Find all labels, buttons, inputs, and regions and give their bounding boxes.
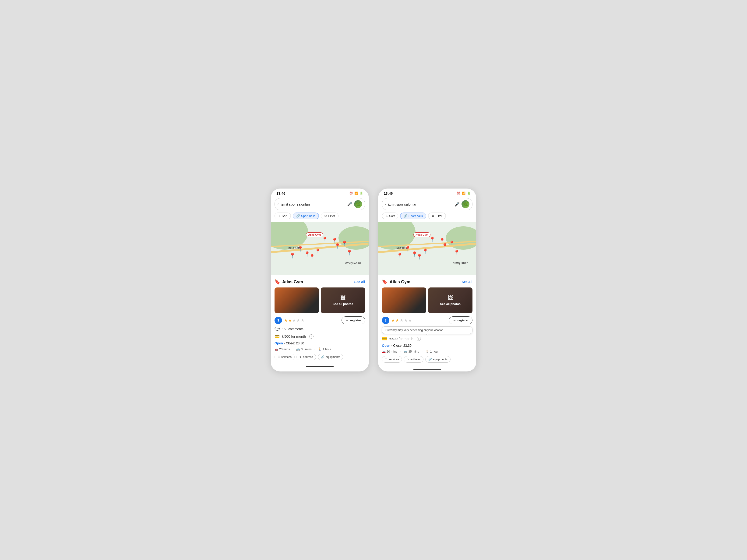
filter-label-1: Filter [328,214,335,218]
map-label-gymquadro-2: GYMQUADRO [453,262,468,265]
time-2: 13:46 [384,191,393,195]
bookmark-icon-2[interactable]: 🔖 [382,279,388,285]
car-icon-2: 🚗 [382,350,386,353]
avatar-2[interactable]: 🌿 [462,200,469,208]
map-pin-b7[interactable]: 📍 [396,253,403,259]
filter-label-2: Filter [436,214,442,218]
services-tag-1[interactable]: ☰ services [275,354,294,360]
map-label-gymquadro-1: GYMQUADRO [345,262,361,265]
search-text-2: izmit spor salonları [388,202,453,206]
status-icons-2: ⏰ 📶 🔋 [457,192,471,195]
open-close-2: Open - Close: 23.30 [382,344,472,347]
card-header-1: 🔖 Atlas Gym See All [275,279,365,285]
transport-row-1: 🚗 20 mins · 🚌 35 mins · 🚶 1 hour [275,347,365,351]
map-pin-gym2-1[interactable]: 📍 [341,241,347,247]
photo-icon-2: 🖼 [448,295,453,301]
map-area-1[interactable]: 📍 Atlas Gym 📍 INKA GYM 📍 📍 📍 📍 📍 📍 📍 📍 G… [271,222,369,275]
map-pin-gym8-1[interactable]: 📍 [346,250,353,256]
map-label-atlas-1: Atlas Gym [306,232,323,237]
address-label-1: address [303,355,313,358]
info-circle-2[interactable]: i [417,337,421,341]
mic-icon-1[interactable]: 🎤 [347,202,352,207]
mic-icon-2[interactable]: 🎤 [455,202,460,207]
walk-icon-2: 🚶 [425,350,429,353]
photo-icon-1: 🖼 [340,295,345,301]
sport-halls-button-1[interactable]: 🔗 Sport halls [293,213,319,219]
car-transport-2: 🚗 20 mins [382,350,397,353]
status-bar-2: 13:46 ⏰ 📶 🔋 [378,189,476,197]
star2-2: ★ [395,318,399,323]
tags-row-1: ☰ services ✈ address 🔗 equipments [275,354,365,360]
bookmark-icon-1[interactable]: 🔖 [275,279,280,285]
walk-transport-2: 🚶 1 hour [425,350,439,353]
map-pin-b3[interactable]: 📍 [442,243,448,249]
see-all-photos-overlay-2[interactable]: 🖼 See all photos [428,288,472,313]
search-bar-1[interactable]: ‹ izmit spor salonları 🎤 🌿 [275,198,365,210]
photo-1[interactable] [275,288,319,313]
photo-2[interactable]: 🖼 See all photos [321,288,365,313]
map-pin-gym3-1[interactable]: 📍 [334,243,341,249]
wifi-icon: 📶 [354,192,358,195]
register-button-2[interactable]: → register [449,316,472,324]
search-bar-2[interactable]: ‹ izmit spor salonları 🎤 🌿 [382,198,472,210]
star-3: ★ [292,318,296,323]
sport-icon-1: 🔗 [296,214,300,218]
status-icons-1: ⏰ 📶 🔋 [349,192,363,195]
info-circle-1[interactable]: i [309,335,313,339]
map-pin-gym5-1[interactable]: 📍 [309,254,315,260]
tooltip-box-2: Currency may vary depending on your loca… [382,326,472,334]
back-arrow-1[interactable]: ‹ [278,202,279,207]
close-text-1: - [284,341,286,345]
back-arrow-2[interactable]: ‹ [385,202,386,207]
services-tag-2[interactable]: ☰ services [382,356,402,363]
address-tag-1[interactable]: ✈ address [297,354,316,360]
close-label-1: Close: 23.30 [286,341,304,345]
bus-time-2: 35 mins [408,350,419,353]
sort-label-1: Sort [282,214,287,218]
equipments-tag-2[interactable]: 🔗 equipments [425,356,450,363]
photo-3[interactable] [382,288,426,313]
map-pin-b5[interactable]: 📍 [416,254,422,260]
register-button-1[interactable]: → register [341,316,365,324]
map-pin-b8[interactable]: 📍 [454,250,460,256]
address-icon-2: ✈ [407,358,409,361]
map-bg-1: 📍 Atlas Gym 📍 INKA GYM 📍 📍 📍 📍 📍 📍 📍 📍 G… [271,222,369,275]
map-pin-gym6-1[interactable]: 📍 [315,248,321,255]
map-pin-b6[interactable]: 📍 [422,248,428,255]
register-label-1: register [350,319,361,322]
rating-row-2: 3 ★ ★ ★ ★ ★ → register [382,316,472,324]
photo-4[interactable]: 🖼 See all photos [428,288,472,313]
comment-icon-1: 💬 [275,326,280,331]
address-tag-2[interactable]: ✈ address [404,356,423,363]
filter-icon-2: ⚙ [432,214,434,218]
wifi-icon-2: 📶 [462,192,465,195]
see-all-button-1[interactable]: See All [354,280,365,284]
map-bg-2: 📍 Atlas Gym 📍 INKA GYM 📍 📍 📍 📍 📍 📍 📍 📍 G… [378,222,476,275]
dot-4: · [422,350,423,353]
map-pin-b2[interactable]: 📍 [449,241,455,247]
sort-button-1[interactable]: ⇅ Sort [275,213,291,219]
filter-button-2[interactable]: ⚙ Filter [428,213,446,219]
comments-row-1: 💬 150 comments [275,326,365,331]
register-icon-1: → [345,319,349,322]
equipments-icon-1: 🔗 [321,355,325,358]
see-all-button-2[interactable]: See All [462,280,472,284]
sport-halls-label-1: Sport halls [301,214,315,218]
map-pin-atlas-1[interactable]: 📍 [322,237,328,243]
equipments-tag-1[interactable]: 🔗 equipments [318,354,343,360]
star2-1: ★ [391,318,395,323]
map-label-atlas-2: Atlas Gym [413,232,430,237]
open-text-1: Open [275,341,283,345]
sport-halls-button-2[interactable]: 🔗 Sport halls [400,213,426,219]
gym-card-2: 🔖 Atlas Gym See All 🖼 See all photos [378,275,476,366]
map-pin-atlas-2[interactable]: 📍 [429,237,435,243]
rating-left-1: 3 ★ ★ ★ ★ ★ [275,317,304,324]
price-text-2: ₺500 for month [389,337,413,341]
avatar-1[interactable]: 🌿 [354,200,362,208]
see-all-photos-overlay-1[interactable]: 🖼 See all photos [321,288,365,313]
sort-button-2[interactable]: ⇅ Sort [382,213,398,219]
map-area-2[interactable]: 📍 Atlas Gym 📍 INKA GYM 📍 📍 📍 📍 📍 📍 📍 📍 G… [378,222,476,275]
map-pin-gym7-1[interactable]: 📍 [289,253,295,259]
filter-button-1[interactable]: ⚙ Filter [321,213,338,219]
star-2: ★ [288,318,292,323]
